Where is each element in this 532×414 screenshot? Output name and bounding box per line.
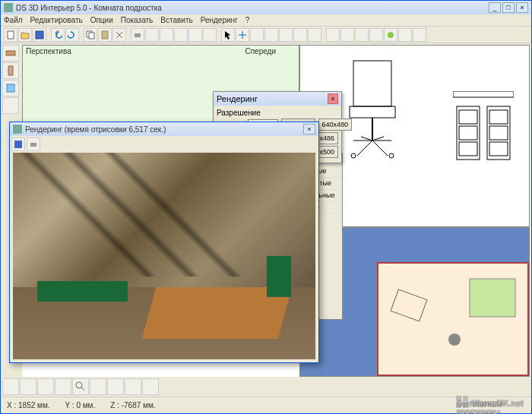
floor-plan-svg [378, 264, 527, 374]
svg-rect-20 [459, 142, 477, 156]
svg-rect-19 [459, 126, 477, 140]
view-tool-5[interactable] [398, 28, 412, 42]
undo-button[interactable] [51, 28, 65, 42]
view-tool-3[interactable] [355, 28, 369, 42]
zoom-out-button[interactable] [107, 378, 124, 395]
menu-edit[interactable]: Редактировать [30, 14, 83, 26]
window-tool[interactable] [2, 80, 19, 96]
scale-tool[interactable] [264, 28, 278, 42]
menu-options[interactable]: Опции [90, 14, 113, 26]
new-icon [6, 30, 15, 40]
furniture-tool[interactable] [2, 97, 19, 114]
tool-6[interactable] [293, 28, 307, 42]
window-icon [5, 83, 16, 93]
open-button[interactable] [18, 28, 32, 42]
render-close-button[interactable]: × [303, 124, 315, 134]
tool-7[interactable] [308, 28, 321, 42]
svg-rect-10 [353, 61, 391, 106]
bottom-tool-2[interactable] [142, 378, 159, 395]
door-icon [5, 65, 16, 76]
menu-insert[interactable]: Вставить [160, 14, 192, 26]
render-button[interactable] [384, 28, 397, 42]
svg-rect-16 [457, 106, 480, 160]
svg-rect-4 [102, 31, 108, 39]
tool-5[interactable] [203, 28, 217, 42]
zoom-fit-button[interactable] [72, 378, 89, 395]
menu-show[interactable]: Показать [121, 14, 154, 26]
undo-icon [53, 30, 62, 40]
svg-rect-24 [391, 289, 427, 321]
view-front-button[interactable] [2, 378, 19, 395]
dialog-titlebar[interactable]: Рендеринг × [214, 92, 341, 106]
render-save-button[interactable] [11, 137, 25, 151]
dialog-close-button[interactable]: × [328, 93, 338, 104]
bottom-tool-1[interactable] [125, 378, 141, 395]
svg-rect-11 [350, 106, 395, 118]
move-tool[interactable] [236, 28, 249, 42]
viewport-label-front: Спереди [245, 47, 276, 55]
cut-button[interactable] [112, 28, 126, 42]
door-tool[interactable] [2, 62, 19, 79]
view-tool-6[interactable] [413, 28, 426, 42]
print-button[interactable] [131, 28, 144, 42]
wall-tool[interactable] [2, 45, 19, 62]
watermark: WarezOK.net бесплатные программы [456, 393, 523, 409]
view-persp-button[interactable] [55, 378, 71, 395]
tool-2[interactable] [160, 28, 173, 42]
svg-point-27 [76, 382, 82, 388]
preset-640-button[interactable]: 640x480 [318, 119, 353, 131]
view-tool-2[interactable] [340, 28, 354, 42]
tool-1[interactable] [145, 28, 159, 42]
measure-tool[interactable] [279, 28, 293, 42]
bottom-toolbar [2, 378, 159, 395]
svg-point-6 [388, 32, 394, 38]
move-icon [238, 30, 247, 40]
menu-rendering[interactable]: Рендеринг [201, 14, 238, 26]
save-button[interactable] [33, 28, 46, 42]
select-tool[interactable] [221, 28, 235, 42]
watermark-subtitle: бесплатные программы [456, 399, 514, 414]
rotate-tool[interactable] [250, 28, 264, 42]
copy-button[interactable] [84, 28, 97, 42]
view-side-button[interactable] [20, 378, 36, 395]
view-tool-1[interactable] [326, 28, 340, 42]
zoom-in-button[interactable] [90, 378, 106, 395]
arrow-icon [223, 30, 233, 40]
tool-3[interactable] [174, 28, 188, 42]
paste-icon [100, 30, 109, 40]
save-icon [14, 140, 23, 149]
render-print-button[interactable] [27, 137, 40, 151]
status-z: Z : -7687 мм. [110, 401, 155, 409]
window-title: DS 3D Интерьер 5.0 - Комната подростка [16, 4, 489, 12]
svg-rect-23 [489, 142, 508, 156]
new-button[interactable] [4, 28, 17, 42]
print-icon [133, 30, 142, 40]
cabinet-sketch [453, 91, 514, 167]
render-preview-window[interactable]: Рендеринг (время отрисовки 6,517 сек.) × [9, 122, 319, 363]
minimize-button[interactable]: _ [489, 2, 501, 13]
titlebar[interactable]: DS 3D Интерьер 5.0 - Комната подростка _… [1, 1, 531, 14]
close-button[interactable]: × [516, 2, 528, 13]
render-app-icon [13, 125, 22, 134]
svg-rect-15 [453, 91, 514, 97]
render-titlebar[interactable]: Рендеринг (время отрисовки 6,517 сек.) × [10, 122, 318, 136]
svg-rect-0 [8, 31, 14, 39]
redo-button[interactable] [65, 28, 79, 42]
svg-line-28 [81, 387, 84, 390]
menubar: Файл Редактировать Опции Показать Встави… [1, 14, 531, 27]
room-desk [37, 281, 128, 302]
view-top-button[interactable] [37, 378, 54, 395]
paste-button[interactable] [98, 28, 112, 42]
menu-file[interactable]: Файл [4, 14, 23, 26]
window-controls: _ □ × [489, 2, 528, 13]
wall-icon [5, 48, 16, 58]
svg-rect-8 [8, 66, 13, 75]
svg-rect-29 [14, 141, 22, 148]
svg-rect-9 [7, 84, 14, 92]
save-icon [35, 30, 44, 40]
menu-help[interactable]: ? [245, 14, 250, 26]
tool-4[interactable] [188, 28, 202, 42]
maximize-button[interactable]: □ [502, 2, 515, 13]
view-tool-4[interactable] [369, 28, 383, 42]
status-y: Y : 0 мм. [65, 401, 96, 409]
